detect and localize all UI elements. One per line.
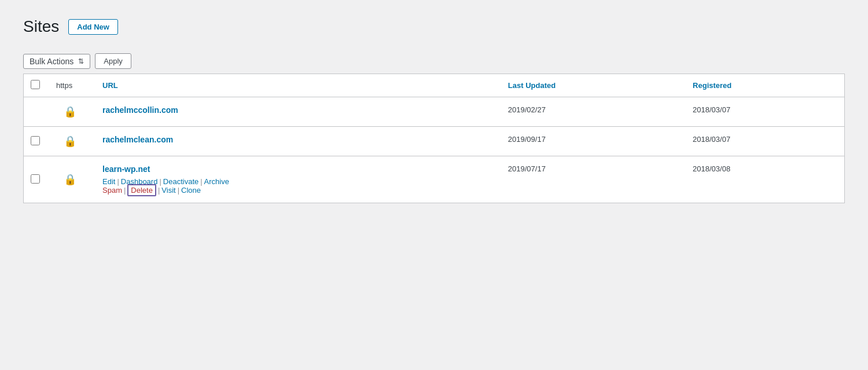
site-url-link[interactable]: rachelmccollin.com <box>102 105 178 115</box>
row-registered: 2018/03/08 <box>683 156 844 203</box>
action-separator: | <box>178 186 179 195</box>
row-https-cell: 🔒 <box>47 127 93 156</box>
row-url-cell: rachelmclean.com <box>93 127 499 156</box>
row-actions: Edit|Dashboard|Deactivate|ArchiveSpam|De… <box>102 177 490 195</box>
table-row: 🔒rachelmclean.com2019/09/172018/03/07 <box>24 127 845 156</box>
table-row: 🔒learn-wp.netEdit|Dashboard|Deactivate|A… <box>24 156 845 203</box>
row-checkbox[interactable] <box>31 174 40 184</box>
bulk-actions-label: Bulk Actions <box>30 57 73 66</box>
bulk-actions-select[interactable]: Bulk Actions ⇅ <box>23 54 90 69</box>
row-last-updated: 2019/09/17 <box>499 127 683 156</box>
page-title: Sites <box>23 17 59 36</box>
action-delete-link[interactable]: Delete <box>127 184 156 196</box>
header-registered[interactable]: Registered <box>683 74 844 97</box>
row-https-cell: 🔒 <box>47 156 93 203</box>
table-header-row: https URL Last Updated Registered <box>24 74 845 97</box>
sites-table: https URL Last Updated Registered 🔒rache… <box>23 74 845 203</box>
row-https-cell: 🔒 <box>47 97 93 127</box>
select-all-checkbox[interactable] <box>31 80 40 89</box>
row-last-updated: 2019/02/27 <box>499 97 683 127</box>
site-url-link[interactable]: learn-wp.net <box>102 164 150 174</box>
action-visit-link[interactable]: Visit <box>161 186 175 195</box>
action-separator: | <box>158 186 160 195</box>
toolbar: Bulk Actions ⇅ Apply <box>23 53 845 69</box>
action-archive-link[interactable]: Archive <box>204 177 229 186</box>
row-registered: 2018/03/07 <box>683 97 844 127</box>
header-https: https <box>47 74 93 97</box>
action-deactivate-link[interactable]: Deactivate <box>163 177 198 186</box>
action-separator: | <box>159 177 161 186</box>
lock-icon: 🔒 <box>64 174 76 185</box>
action-spam-link[interactable]: Spam <box>102 186 122 195</box>
header-url[interactable]: URL <box>93 74 499 97</box>
row-checkbox-cell <box>24 156 47 203</box>
actions-line-1: Edit|Dashboard|Deactivate|Archive <box>102 177 490 186</box>
row-last-updated: 2019/07/17 <box>499 156 683 203</box>
bulk-actions-arrows-icon: ⇅ <box>78 57 84 65</box>
row-url-cell: learn-wp.netEdit|Dashboard|Deactivate|Ar… <box>93 156 499 203</box>
page-header: Sites Add New <box>23 17 845 36</box>
row-checkbox-cell <box>24 127 47 156</box>
action-separator: | <box>124 186 126 195</box>
action-separator: | <box>200 177 202 186</box>
row-registered: 2018/03/07 <box>683 127 844 156</box>
add-new-button[interactable]: Add New <box>68 19 118 35</box>
row-checkbox-cell <box>24 97 47 127</box>
action-edit-link[interactable]: Edit <box>102 177 115 186</box>
lock-icon: 🔒 <box>64 106 76 118</box>
row-url-cell: rachelmccollin.com <box>93 97 499 127</box>
header-last-updated[interactable]: Last Updated <box>499 74 683 97</box>
site-url-link[interactable]: rachelmclean.com <box>102 135 173 144</box>
action-clone-link[interactable]: Clone <box>181 186 201 195</box>
header-checkbox-cell <box>24 74 47 97</box>
lock-icon: 🔒 <box>64 135 76 147</box>
actions-line-2: Spam|Delete|Visit|Clone <box>102 186 490 195</box>
apply-button[interactable]: Apply <box>95 53 131 69</box>
row-checkbox[interactable] <box>31 136 40 145</box>
action-separator: | <box>117 177 119 186</box>
table-row: 🔒rachelmccollin.com2019/02/272018/03/07 <box>24 97 845 127</box>
